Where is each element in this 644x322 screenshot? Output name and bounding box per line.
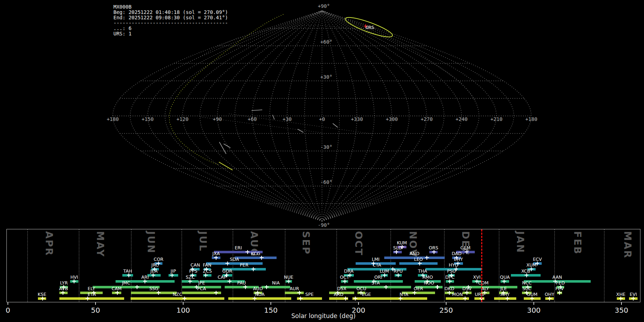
shower-bar xyxy=(340,286,411,288)
peak-marker-icon xyxy=(619,297,623,301)
latitude-label: +30° xyxy=(320,74,332,80)
peak-marker-icon xyxy=(394,250,398,254)
axis-tick xyxy=(446,302,447,305)
longitude-label: +0 xyxy=(319,116,325,122)
session-end: End: 20251222 09:08:30 (sol = 270.41°) xyxy=(113,15,228,20)
peak-marker-icon xyxy=(287,279,291,283)
sporadic-meteor-trail xyxy=(252,110,262,111)
peak-marker-icon xyxy=(143,279,147,283)
month-gridline xyxy=(604,229,605,302)
axis-tick-label: 300 xyxy=(527,306,541,314)
peak-marker-icon xyxy=(61,291,65,295)
sporadic-meteor-trail xyxy=(273,115,274,119)
peak-marker-icon xyxy=(225,262,229,265)
sporadic-meteor-trail xyxy=(333,123,338,127)
shower-label: NIA xyxy=(272,281,280,286)
peak-marker-icon xyxy=(399,297,402,301)
grid-meridian xyxy=(322,11,514,221)
shower-bar xyxy=(59,297,124,300)
peak-marker-icon xyxy=(548,297,552,301)
station-id: MX000B xyxy=(113,4,132,10)
axis-tick-label: 250 xyxy=(439,306,453,314)
grid-meridian xyxy=(322,11,462,221)
peak-marker-icon xyxy=(396,273,400,277)
shower-label: KCG xyxy=(251,252,260,256)
longitude-label: +120 xyxy=(176,116,189,122)
longitude-label: +330 xyxy=(351,116,363,122)
peak-marker-icon xyxy=(245,250,249,254)
peak-marker-icon xyxy=(182,297,186,301)
shower-label: SPE xyxy=(305,292,313,297)
peak-marker-icon xyxy=(135,285,139,289)
shower-bar xyxy=(131,297,224,300)
shower-label: NZC xyxy=(173,292,182,297)
latitude-label: -90° xyxy=(318,222,330,228)
axis-tick-label: 150 xyxy=(264,306,278,314)
peak-marker-icon xyxy=(343,279,347,283)
station-monitor-screen: URS+180+150+120+90+60+30+0+330+300+270+2… xyxy=(0,0,644,322)
peak-marker-icon xyxy=(265,285,269,289)
shower-label: JMC xyxy=(122,281,130,286)
session-info: MX000B Beg: 20251222 01:40:18 (sol = 270… xyxy=(113,4,228,36)
current-sol-line xyxy=(481,229,482,302)
axis-tick xyxy=(270,302,271,305)
peak-marker-icon xyxy=(383,273,387,277)
peak-marker-icon xyxy=(127,273,131,277)
x-axis-title: Solar longitude (deg) xyxy=(291,312,356,319)
shower-label: STA xyxy=(371,281,380,286)
peak-marker-icon xyxy=(188,279,192,283)
axis-tick xyxy=(95,302,96,305)
separator-line: -------------------------------------- xyxy=(113,20,228,26)
axis-tick-label: 350 xyxy=(615,306,628,314)
month-label: OCT xyxy=(354,231,364,256)
shower-label: ARD xyxy=(334,292,343,297)
axis-tick-label: 100 xyxy=(176,306,190,314)
peak-marker-icon xyxy=(214,256,218,260)
peak-marker-icon xyxy=(214,291,218,295)
month-label: SEP xyxy=(301,231,311,255)
peak-marker-icon xyxy=(297,291,301,295)
peak-marker-icon xyxy=(151,273,155,277)
activity-timeline-chart: Solar longitude (deg) APRMAYJUNJULAUGSEP… xyxy=(6,229,640,302)
sporadic-meteor-trail xyxy=(219,142,226,154)
peak-marker-icon xyxy=(260,256,264,260)
peak-marker-icon xyxy=(463,297,467,301)
peak-marker-icon xyxy=(353,297,357,301)
sky-map: URS+180+150+120+90+60+30+0+330+300+270+2… xyxy=(0,0,644,236)
peak-marker-icon xyxy=(506,297,509,301)
peak-marker-icon xyxy=(252,267,255,271)
longitude-label: +300 xyxy=(386,116,398,122)
shower-label: PER xyxy=(240,263,248,268)
grid-meridian xyxy=(270,11,322,221)
longitude-label: +60 xyxy=(248,116,257,122)
grid-meridian xyxy=(182,11,322,221)
peak-marker-icon xyxy=(631,297,635,301)
ecliptic-curve xyxy=(169,14,283,165)
peak-marker-icon xyxy=(502,279,506,283)
peak-marker-icon xyxy=(435,285,439,289)
shower-label: COM xyxy=(478,281,488,286)
shower-label: CTA xyxy=(372,263,381,268)
grid-meridian xyxy=(252,11,322,221)
month-label: JUN xyxy=(146,231,156,254)
shower-bar xyxy=(235,257,277,259)
peak-marker-icon xyxy=(157,291,161,295)
shower-label: CAP xyxy=(218,275,226,280)
shower-label: EGE xyxy=(362,292,371,297)
peak-marker-icon xyxy=(448,279,452,283)
month-label: JUL xyxy=(198,231,208,252)
peak-marker-icon xyxy=(425,256,429,260)
peak-marker-icon xyxy=(447,291,451,295)
shower-label: ERI xyxy=(235,246,242,250)
latitude-label: -60° xyxy=(320,179,332,185)
longitude-label: +180 xyxy=(107,116,119,122)
latitude-label: -30° xyxy=(320,144,332,150)
peak-marker-icon xyxy=(243,285,247,289)
month-gridline xyxy=(390,229,391,302)
longitude-label: +150 xyxy=(142,116,154,122)
shower-count: URS: 1 xyxy=(113,31,132,36)
axis-tick xyxy=(533,302,534,305)
longitude-label: +270 xyxy=(421,116,433,122)
peak-marker-icon xyxy=(384,285,388,289)
month-label: MAY xyxy=(96,231,105,258)
